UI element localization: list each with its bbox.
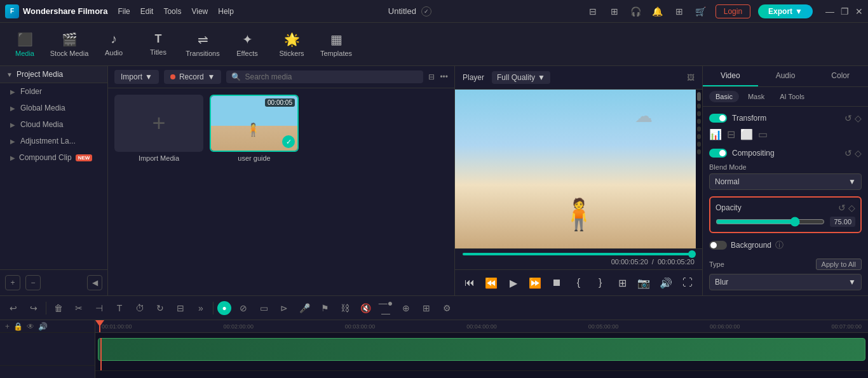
opacity-slider[interactable] <box>715 217 825 227</box>
panel-item-folder[interactable]: ▶ Folder <box>0 83 107 100</box>
import-thumb[interactable]: + <box>114 95 203 152</box>
panel-item-compound-clip[interactable]: ▶ Compound Clip NEW <box>0 149 107 166</box>
play-button[interactable]: ▶ <box>506 274 520 292</box>
step-forward-button[interactable]: ⏩ <box>528 274 542 292</box>
screenshot-button[interactable]: 📷 <box>637 274 651 292</box>
tool-effects[interactable]: ✦ Effects <box>225 24 269 65</box>
track-eye-button[interactable]: 👁 <box>27 322 34 331</box>
import-media-card[interactable]: + Import Media <box>114 95 203 289</box>
tab-audio[interactable]: Audio <box>758 66 813 86</box>
timeline-flag-button[interactable]: ⚑ <box>316 300 333 316</box>
tab-video[interactable]: Video <box>703 66 758 86</box>
timeline-clip-button[interactable]: ▭ <box>255 300 272 316</box>
timeline-cut-button[interactable]: ✂ <box>71 300 87 316</box>
headphone-icon[interactable]: 🎧 <box>629 4 643 18</box>
tool-media[interactable]: ⬛ Media <box>3 24 47 65</box>
transform-toggle[interactable] <box>709 114 727 123</box>
menu-file[interactable]: File <box>118 7 130 16</box>
timeline-mic-button[interactable]: 🎤 <box>296 300 313 316</box>
timeline-settings-button[interactable]: ⚙ <box>438 300 455 316</box>
subtab-mask[interactable]: Mask <box>742 91 771 102</box>
transform-reset-icon[interactable]: ↺ <box>844 113 852 123</box>
monitor-icon[interactable]: ⊟ <box>586 4 600 18</box>
remove-item-button[interactable]: − <box>25 275 41 290</box>
transform-align-icon[interactable]: ⊟ <box>727 128 735 140</box>
transform-crop-icon[interactable]: ▭ <box>758 128 768 140</box>
opacity-reset-icon[interactable]: ↺ <box>838 203 846 213</box>
step-back-button[interactable]: ⏪ <box>484 274 498 292</box>
apps-icon[interactable]: ⊞ <box>672 4 686 18</box>
transform-frame-icon[interactable]: ⬜ <box>740 128 753 140</box>
bell-icon[interactable]: 🔔 <box>651 4 665 18</box>
background-info-icon[interactable]: ⓘ <box>775 240 783 251</box>
minimize-button[interactable]: — <box>825 6 834 17</box>
stop-button[interactable]: ⏹ <box>550 274 564 292</box>
tab-color[interactable]: Color <box>813 66 868 86</box>
menu-help[interactable]: Help <box>218 7 234 16</box>
timeline-grid-button[interactable]: ⊞ <box>418 300 435 316</box>
user-guide-card[interactable]: 🧍 00:00:05 ✓ user guide <box>210 95 299 289</box>
maximize-button[interactable]: ❐ <box>841 6 849 17</box>
quality-select[interactable]: Full Quality ▼ <box>492 71 550 84</box>
add-track-button[interactable]: + <box>5 322 10 331</box>
tool-transitions[interactable]: ⇌ Transitions <box>180 24 225 65</box>
timeline-clock-button[interactable]: ⏱ <box>132 300 148 316</box>
filter-icon[interactable]: ⊟ <box>428 72 435 81</box>
timeline-rotate-button[interactable]: ↻ <box>152 300 168 316</box>
subtab-ai-tools[interactable]: AI Tools <box>773 91 811 102</box>
timeline-ripple-button[interactable]: ⊘ <box>235 300 252 316</box>
mark-in-button[interactable]: { <box>571 274 585 292</box>
tool-titles[interactable]: T Titles <box>136 24 180 65</box>
timeline-link-button[interactable]: ⛓ <box>337 300 353 316</box>
more-options-icon[interactable]: ••• <box>440 72 448 81</box>
project-media-header[interactable]: ▼ Project Media <box>0 66 107 83</box>
compositing-diamond-icon[interactable]: ◇ <box>855 148 862 158</box>
track-lock-button[interactable]: 🔒 <box>13 322 23 331</box>
record-button[interactable]: Record ▼ <box>164 70 222 84</box>
timeline-delete-button[interactable]: 🗑 <box>50 300 67 316</box>
collapse-panel-button[interactable]: ◀ <box>87 275 102 290</box>
clip-controls-button[interactable]: ⊞ <box>615 274 629 292</box>
mark-out-button[interactable]: } <box>593 274 607 292</box>
tool-stock[interactable]: 🎬 Stock Media <box>47 24 92 65</box>
grid-icon[interactable]: ⊞ <box>607 4 621 18</box>
transform-chart-icon[interactable]: 📊 <box>709 128 722 140</box>
export-button[interactable]: Export ▼ <box>758 4 813 18</box>
compositing-toggle[interactable] <box>709 149 727 158</box>
opacity-diamond-icon[interactable]: ◇ <box>848 203 855 213</box>
timeline-marker-button[interactable]: ⊳ <box>276 300 292 316</box>
compositing-reset-icon[interactable]: ↺ <box>844 148 852 158</box>
cart-icon[interactable]: 🛒 <box>694 4 708 18</box>
user-guide-thumb[interactable]: 🧍 00:00:05 ✓ <box>210 95 299 152</box>
add-folder-button[interactable]: + <box>5 275 20 290</box>
timeline-more-button[interactable]: » <box>193 300 209 316</box>
timeline-redo-button[interactable]: ↪ <box>25 300 42 316</box>
subtab-basic[interactable]: Basic <box>709 91 739 102</box>
track-audio-button[interactable]: 🔊 <box>38 322 48 331</box>
progress-bar[interactable] <box>463 253 695 255</box>
apply-to-all-button[interactable]: Apply to All <box>816 259 862 270</box>
timeline-undo-button[interactable]: ↩ <box>5 300 22 316</box>
login-button[interactable]: Login <box>715 4 750 18</box>
timeline-plus-button[interactable]: ⊕ <box>398 300 414 316</box>
menu-view[interactable]: View <box>191 7 208 16</box>
menu-edit[interactable]: Edit <box>140 7 154 16</box>
blur-type-select[interactable]: Blur ▼ <box>709 274 862 290</box>
volume-button[interactable]: 🔊 <box>658 274 672 292</box>
tool-stickers[interactable]: 🌟 Stickers <box>269 24 314 65</box>
transform-diamond-icon[interactable]: ◇ <box>855 113 862 123</box>
timeline-split-button[interactable]: ⊣ <box>91 300 107 316</box>
panel-item-cloud-media[interactable]: ▶ Cloud Media <box>0 116 107 133</box>
timeline-text-button[interactable]: T <box>111 300 128 316</box>
tool-templates[interactable]: ▦ Templates <box>314 24 358 65</box>
close-button[interactable]: ✕ <box>855 6 863 17</box>
tool-audio[interactable]: ♪ Audio <box>92 24 136 65</box>
blend-mode-select[interactable]: Normal ▼ <box>709 173 862 190</box>
fullscreen-button[interactable]: ⛶ <box>681 274 695 292</box>
search-input[interactable] <box>245 72 418 81</box>
timeline-crop-button[interactable]: ⊟ <box>172 300 189 316</box>
panel-item-adjustment[interactable]: ▶ Adjustment La... <box>0 133 107 149</box>
progress-thumb[interactable] <box>688 250 696 258</box>
import-button[interactable]: Import ▼ <box>114 70 159 84</box>
rewind-button[interactable]: ⏮ <box>463 274 477 292</box>
